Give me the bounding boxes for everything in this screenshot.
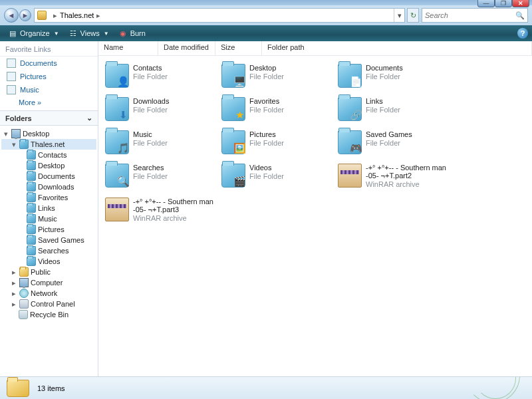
folder-icon: 🎬 xyxy=(221,164,245,188)
favorite-link-more[interactable]: More » xyxy=(0,96,98,110)
location-folder-icon xyxy=(37,11,47,20)
search-input[interactable] xyxy=(425,11,525,19)
favorite-links-header: Favorite Links xyxy=(0,41,98,57)
tree-node-desktop-sub[interactable]: Desktop xyxy=(1,160,96,171)
address-bar[interactable]: ▸ Thales.net ▸ ▾ xyxy=(34,8,405,23)
expand-icon[interactable]: ▸ xyxy=(11,300,17,309)
tree-node-videos[interactable]: Videos xyxy=(1,256,96,267)
expand-icon[interactable]: ▸ xyxy=(11,279,17,287)
tree-node-network[interactable]: ▸Network xyxy=(1,288,96,299)
music-overlay-icon: 🎵 xyxy=(116,141,130,156)
documents-overlay-icon: 📄 xyxy=(348,74,363,89)
tree-node-documents[interactable]: Documents xyxy=(1,171,96,182)
command-toolbar: ▤ Organize ▼ ☷ Views ▼ ◉ Burn ? xyxy=(0,25,532,41)
tree-node-links[interactable]: Links xyxy=(1,203,96,213)
grid-item-contacts[interactable]: 👤ContactsFile Folder xyxy=(101,61,217,94)
favorite-link-music[interactable]: Music xyxy=(0,83,98,96)
tree-node-pictures[interactable]: Pictures xyxy=(1,224,96,235)
help-button[interactable]: ? xyxy=(517,28,528,39)
burn-button[interactable]: ◉ Burn xyxy=(114,27,150,39)
user-folder-icon xyxy=(19,140,29,149)
grid-item-rar-part2[interactable]: -+° +°+-- - Southern man -05- ¬+T.part2W… xyxy=(334,161,450,195)
folder-icon xyxy=(27,225,36,234)
grid-item-saved-games[interactable]: 🎮Saved GamesFile Folder xyxy=(334,128,450,161)
status-folder-icon xyxy=(7,380,29,397)
links-overlay-icon: 🔗 xyxy=(348,108,363,122)
views-icon: ☷ xyxy=(68,29,78,38)
minimize-button[interactable]: — xyxy=(477,0,495,7)
chevron-right-icon[interactable]: ▸ xyxy=(53,11,57,20)
column-folder-path[interactable]: Folder path xyxy=(262,41,532,55)
window-titlebar: — ❐ ✕ xyxy=(0,0,532,5)
folder-icon xyxy=(27,235,36,245)
folders-header[interactable]: Folders⌄ xyxy=(0,110,98,126)
grid-item-pictures[interactable]: 🖼️PicturesFile Folder xyxy=(217,128,334,161)
burn-label: Burn xyxy=(130,29,146,37)
network-icon xyxy=(19,289,29,298)
grid-item-desktop[interactable]: 🖥️DesktopFile Folder xyxy=(217,61,334,94)
tree-node-searches[interactable]: Searches xyxy=(1,245,96,256)
desktop-icon xyxy=(11,129,21,138)
organize-label: Organize xyxy=(20,29,50,37)
grid-item-documents[interactable]: 📄DocumentsFile Folder xyxy=(334,61,450,94)
navigation-pane: Favorite Links Documents Pictures Music … xyxy=(0,41,98,376)
tree-node-recycle-bin[interactable]: Recycle Bin xyxy=(1,309,96,320)
folder-icon xyxy=(27,161,36,170)
grid-item-favorites[interactable]: ★FavoritesFile Folder xyxy=(217,94,334,128)
collapse-icon[interactable]: ▾ xyxy=(11,140,17,149)
expand-icon[interactable]: ▸ xyxy=(11,268,17,277)
organize-button[interactable]: ▤ Organize ▼ xyxy=(4,27,63,39)
grid-item-music[interactable]: 🎵MusicFile Folder xyxy=(101,128,217,161)
downloads-overlay-icon: ⬇ xyxy=(116,108,130,122)
tree-node-control-panel[interactable]: ▸Control Panel xyxy=(1,299,96,309)
chevron-down-icon: ▼ xyxy=(54,31,59,37)
collapse-icon[interactable]: ▾ xyxy=(3,130,9,138)
chevron-right-icon[interactable]: ▸ xyxy=(96,11,100,20)
column-name[interactable]: Name xyxy=(98,41,158,55)
control-panel-icon xyxy=(19,299,29,309)
tree-node-favorites[interactable]: Favorites xyxy=(1,192,96,203)
grid-item-downloads[interactable]: ⬇DownloadsFile Folder xyxy=(101,94,217,128)
address-dropdown-button[interactable]: ▾ xyxy=(394,9,404,22)
folder-icon xyxy=(27,172,36,181)
tree-node-saved-games[interactable]: Saved Games xyxy=(1,235,96,245)
refresh-button[interactable]: ↻ xyxy=(407,8,419,23)
column-size[interactable]: Size xyxy=(215,41,262,55)
rar-archive-icon xyxy=(105,198,129,221)
grid-item-links[interactable]: 🔗LinksFile Folder xyxy=(334,94,450,128)
chevron-down-icon: ▼ xyxy=(104,31,109,37)
folder-icon: 🎵 xyxy=(105,130,129,154)
grid-item-rar-part3[interactable]: -+° +°+-- - Southern man -05- ¬+T.part3W… xyxy=(101,195,217,229)
computer-icon xyxy=(19,278,29,287)
folder-icon xyxy=(27,182,36,192)
folder-icon: 📄 xyxy=(338,64,362,88)
breadcrumb-location[interactable]: Thales.net xyxy=(60,11,94,19)
column-date-modified[interactable]: Date modified xyxy=(158,41,215,55)
folder-icon: 🖼️ xyxy=(221,130,245,154)
close-button[interactable]: ✕ xyxy=(512,0,529,7)
searches-overlay-icon: 🔍 xyxy=(116,174,130,189)
forward-button[interactable]: ► xyxy=(19,9,31,21)
folder-tree: ▾Desktop ▾Thales.net Contacts Desktop Do… xyxy=(0,126,98,376)
tree-node-contacts[interactable]: Contacts xyxy=(1,150,96,160)
pictures-overlay-icon: 🖼️ xyxy=(232,141,247,156)
maximize-button[interactable]: ❐ xyxy=(495,0,512,7)
favorite-link-documents[interactable]: Documents xyxy=(0,57,98,70)
expand-icon[interactable]: ▸ xyxy=(11,289,17,298)
tree-node-music[interactable]: Music xyxy=(1,213,96,224)
views-button[interactable]: ☷ Views ▼ xyxy=(65,27,113,39)
tree-node-computer[interactable]: ▸Computer xyxy=(1,277,96,288)
tree-node-thales[interactable]: ▾Thales.net xyxy=(1,139,96,150)
grid-item-searches[interactable]: 🔍SearchesFile Folder xyxy=(101,161,217,195)
pictures-icon xyxy=(7,72,16,81)
favorites-overlay-icon: ★ xyxy=(232,108,247,122)
folder-icon xyxy=(27,150,36,160)
favorite-link-pictures[interactable]: Pictures xyxy=(0,70,98,83)
folder-icon: 🎮 xyxy=(338,130,362,154)
tree-node-downloads[interactable]: Downloads xyxy=(1,182,96,192)
tree-node-desktop[interactable]: ▾Desktop xyxy=(1,128,96,139)
back-button[interactable]: ◄ xyxy=(4,8,19,23)
tree-node-public[interactable]: ▸Public xyxy=(1,267,96,277)
grid-item-videos[interactable]: 🎬VideosFile Folder xyxy=(217,161,334,195)
search-box[interactable]: 🔍 xyxy=(422,8,528,23)
